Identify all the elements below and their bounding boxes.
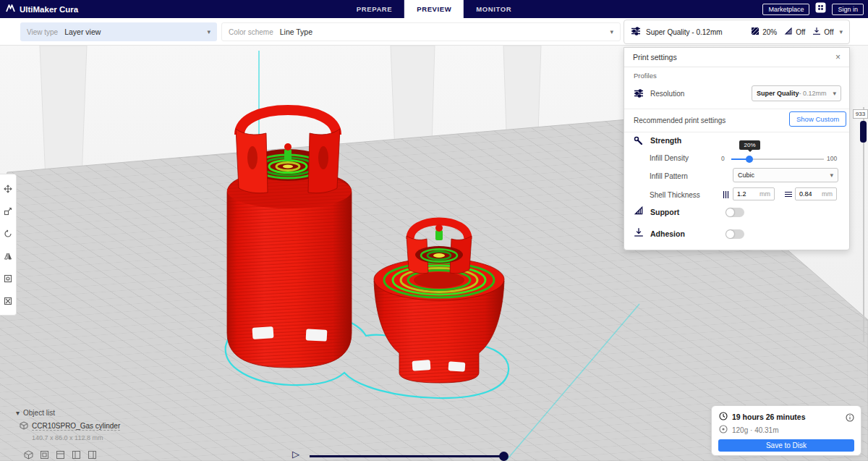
infill-icon (751, 27, 760, 37)
show-custom-button[interactable]: Show Custom (789, 111, 846, 127)
chevron-down-icon: ▾ (610, 28, 613, 35)
view-right-icon[interactable] (88, 449, 97, 459)
top-bar-right: Marketplace Sign in (762, 0, 864, 18)
mirror-tool-icon[interactable] (3, 250, 14, 261)
strength-section-title: Strength (650, 136, 681, 145)
infill-pattern-value: Cubic (738, 172, 754, 179)
resolution-value: Super Quality (757, 90, 799, 97)
infill-pattern-label: Infill Pattern (650, 172, 688, 180)
slider-min-label: 0 (721, 155, 725, 162)
brand: UltiMaker Cura (6, 0, 78, 18)
wall-thickness-icon (722, 189, 732, 199)
color-scheme-label: Color scheme (229, 28, 273, 36)
material-usage-value: 120g · 40.31m (732, 426, 779, 434)
support-blocker-icon[interactable] (3, 295, 14, 306)
support-label: Support (650, 208, 679, 216)
adhesion-summary-value: Off (824, 28, 833, 36)
model-gas-cylinder-large[interactable] (227, 110, 352, 368)
tab-monitor[interactable]: MONITOR (464, 0, 524, 18)
job-summary-card: 19 hours 26 minutes 120g · 40.31m Save t… (711, 405, 861, 456)
scale-tool-icon[interactable] (3, 206, 14, 216)
wall-thickness-input[interactable]: 1.2 mm (733, 187, 775, 200)
active-profile-label: Super Quality - 0.12mm (646, 28, 723, 36)
resolution-detail: - 0.12mm (799, 90, 827, 97)
sign-in-button[interactable]: Sign in (832, 4, 864, 15)
chevron-down-icon: ▾ (16, 409, 20, 417)
account-icon[interactable] (815, 2, 826, 16)
view-top-icon[interactable] (56, 449, 65, 459)
simulation-scrubber-handle[interactable] (499, 452, 509, 461)
infill-density-tooltip: 20% (739, 140, 760, 150)
rotate-tool-icon[interactable] (3, 228, 14, 239)
view-type-value: Layer view (64, 28, 101, 36)
color-scheme-value: Line Type (280, 28, 312, 36)
adhesion-icon (812, 27, 821, 37)
sliders-icon (631, 26, 641, 38)
per-model-settings-icon[interactable] (3, 273, 14, 284)
cube-icon (20, 421, 28, 431)
print-settings-panel: Print settings × Profiles Resolution Sup… (624, 47, 850, 250)
object-name[interactable]: CCR10SPRO_Gas cylinder (32, 422, 120, 431)
view-type-dropdown[interactable]: View type Layer view ▾ (20, 22, 217, 41)
view-left-icon[interactable] (72, 449, 81, 459)
camera-view-presets (24, 449, 97, 459)
move-tool-icon[interactable] (3, 183, 14, 194)
profiles-label: Profiles (634, 72, 657, 80)
play-simulation-button[interactable]: ▷ (292, 449, 299, 460)
top-bar: UltiMaker Cura PREPARE PREVIEW MONITOR M… (0, 0, 868, 18)
chevron-down-icon: ▾ (207, 28, 210, 35)
stage-tabs: PREPARE PREVIEW MONITOR (344, 0, 524, 18)
support-icon (634, 206, 644, 216)
color-scheme-dropdown[interactable]: Color scheme Line Type ▾ (221, 22, 621, 41)
app-title: UltiMaker Cura (20, 5, 78, 14)
adhesion-icon (634, 227, 644, 237)
resolution-dropdown[interactable]: Super Quality - 0.12mm ▾ (752, 85, 841, 101)
slider-handle[interactable] (746, 156, 753, 163)
top-bottom-thickness-value: 0.84 (799, 190, 812, 198)
save-to-disk-button[interactable]: Save to Disk (718, 439, 854, 452)
recommended-settings-label: Recommended print settings (634, 117, 726, 124)
chevron-down-icon: ▾ (839, 28, 843, 35)
resolution-label: Resolution (650, 90, 684, 98)
print-setup-summary[interactable]: Super Quality - 0.12mm 20% Off Off ▾ (624, 20, 850, 44)
wall-thickness-value: 1.2 (737, 190, 746, 198)
current-layer-value: 933 (853, 109, 868, 119)
infill-density-label: Infill Density (650, 154, 689, 162)
infill-density-slider[interactable] (731, 153, 824, 165)
chevron-down-icon: ▾ (830, 172, 833, 179)
print-time-value: 19 hours 26 minutes (732, 413, 806, 421)
close-icon[interactable]: × (835, 52, 841, 62)
left-tool-panel (0, 174, 17, 316)
material-spool-icon (719, 425, 728, 435)
cura-window: UltiMaker Cura PREPARE PREVIEW MONITOR M… (0, 0, 868, 461)
layer-slider-handle[interactable] (860, 121, 867, 143)
print-settings-title: Print settings (633, 53, 677, 62)
tab-preview[interactable]: PREVIEW (404, 0, 464, 18)
simulation-scrubber-track[interactable] (310, 455, 503, 457)
support-toggle[interactable] (726, 208, 744, 217)
object-list-item[interactable]: CCR10SPRO_Gas cylinder (20, 421, 120, 431)
object-dimensions: 140.7 x 86.0 x 112.8 mm (32, 434, 120, 441)
view-front-icon[interactable] (40, 449, 49, 459)
top-bottom-thickness-icon (784, 189, 794, 199)
view-3d-icon[interactable] (24, 449, 33, 459)
infill-summary-value: 20% (762, 28, 777, 36)
marketplace-button[interactable]: Marketplace (762, 4, 809, 15)
tab-prepare[interactable]: PREPARE (344, 0, 404, 18)
support-icon (784, 27, 793, 37)
object-list: ▾ Object list CCR10SPRO_Gas cylinder 140… (16, 409, 120, 441)
object-list-label: Object list (23, 409, 55, 417)
slider-max-label: 100 (827, 155, 837, 162)
info-icon[interactable] (846, 412, 854, 425)
infill-pattern-dropdown[interactable]: Cubic ▾ (733, 168, 838, 182)
support-summary-value: Off (796, 28, 805, 36)
chevron-down-icon: ▾ (833, 90, 836, 97)
adhesion-toggle[interactable] (726, 229, 744, 239)
clock-icon (719, 412, 728, 422)
shell-thickness-label: Shell Thickness (650, 191, 700, 199)
top-bottom-thickness-input[interactable]: 0.84 mm (795, 187, 837, 200)
object-list-toggle[interactable]: ▾ Object list (16, 409, 120, 417)
strength-wrench-icon (634, 135, 644, 145)
ultimaker-logo-icon (6, 4, 15, 14)
view-type-label: View type (27, 28, 58, 36)
